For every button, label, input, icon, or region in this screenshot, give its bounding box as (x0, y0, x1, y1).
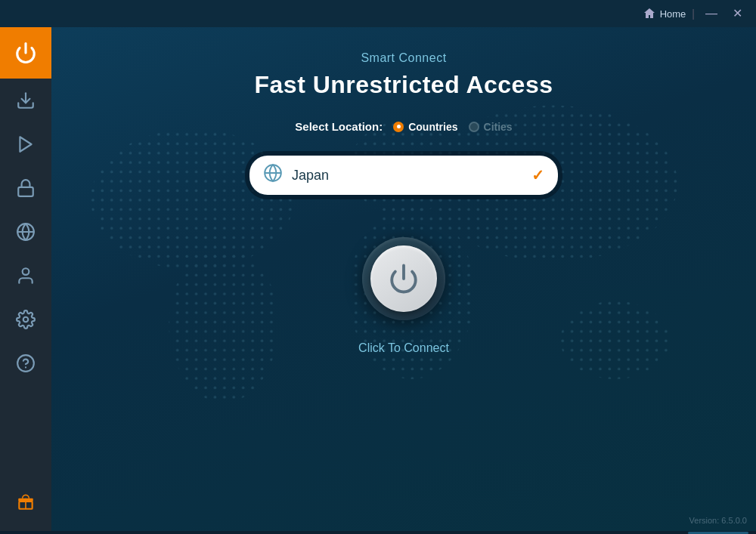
power-button-icon (388, 263, 420, 295)
power-button-inner (370, 245, 437, 312)
chevron-down-icon: ✓ (531, 166, 544, 184)
bottom-scrollbar (0, 531, 756, 534)
title-bar: Home | — ✕ (0, 0, 756, 27)
sidebar-item-user[interactable] (0, 254, 51, 298)
ip-icon (16, 222, 36, 242)
sidebar-item-download[interactable] (0, 79, 51, 122)
dropdown-outer: Japan ✓ (245, 151, 562, 199)
radio-cities[interactable]: Cities (469, 121, 513, 133)
main-content: Smart Connect Fast Unrestricted Access S… (51, 27, 756, 531)
home-label: Home (660, 8, 686, 20)
power-icon (14, 42, 37, 64)
radio-countries[interactable]: Countries (393, 121, 457, 133)
sidebar-power-button[interactable] (0, 27, 51, 79)
smart-connect-label: Smart Connect (361, 51, 446, 65)
sidebar-item-lock[interactable] (0, 166, 51, 210)
location-row: Select Location: Countries Cities (295, 120, 512, 133)
svg-rect-3 (18, 187, 33, 196)
user-icon (16, 266, 36, 286)
sidebar-item-help[interactable] (0, 341, 51, 385)
country-dropdown[interactable]: Japan ✓ (249, 156, 558, 195)
svg-point-14 (169, 246, 278, 403)
main-title: Fast Unrestricted Access (255, 71, 553, 99)
svg-point-7 (23, 317, 29, 323)
home-button[interactable]: Home (643, 8, 686, 20)
sidebar-item-gift[interactable] (0, 480, 51, 523)
svg-point-6 (23, 268, 29, 275)
version-text: Version: 6.5.0.0 (689, 516, 747, 525)
sidebar-item-ip[interactable] (0, 210, 51, 254)
radio-group: Countries Cities (393, 121, 512, 133)
sidebar-item-play[interactable] (0, 122, 51, 166)
home-icon (643, 8, 655, 20)
download-icon (16, 91, 36, 110)
connect-label[interactable]: Click To Connect (358, 341, 449, 355)
gift-icon (16, 492, 36, 511)
minimize-button[interactable]: — (701, 6, 722, 21)
scrollbar-thumb[interactable] (688, 532, 748, 534)
globe-icon (263, 163, 283, 187)
select-location-label: Select Location: (295, 120, 383, 133)
sidebar-item-settings[interactable] (0, 298, 51, 341)
help-icon (16, 353, 36, 373)
dropdown-value: Japan (292, 168, 522, 184)
svg-marker-2 (20, 137, 31, 152)
close-button[interactable]: ✕ (728, 6, 747, 21)
app-body: Smart Connect Fast Unrestricted Access S… (0, 27, 756, 531)
svg-point-18 (560, 301, 670, 379)
radio-cities-label: Cities (484, 121, 513, 133)
settings-icon (16, 310, 36, 329)
connect-power-button[interactable] (362, 237, 445, 320)
radio-countries-dot (393, 122, 404, 132)
radio-cities-dot (469, 122, 479, 132)
power-button-container (362, 237, 445, 320)
lock-icon (16, 178, 36, 198)
separator: | (692, 8, 695, 20)
play-icon (16, 134, 36, 154)
dropdown-container: Japan ✓ (245, 151, 562, 199)
sidebar (0, 27, 51, 531)
radio-countries-label: Countries (408, 121, 457, 133)
